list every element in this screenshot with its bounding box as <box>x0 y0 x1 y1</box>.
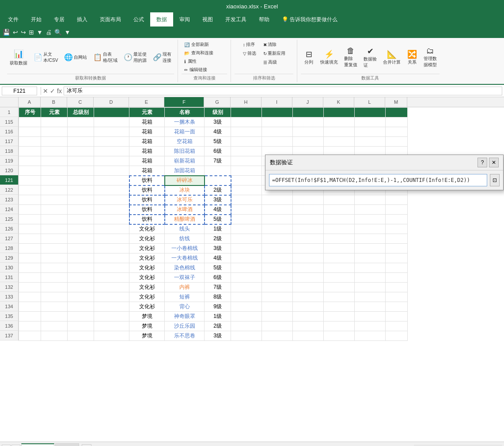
btn-recent[interactable]: 🕐 最近使用的源 <box>121 50 149 64</box>
title-text: xiaoxiao.xlsx <box>226 3 259 10</box>
col-header-G[interactable]: G <box>204 97 231 107</box>
table-row: 饮料 冰可乐 3级 <box>19 195 408 205</box>
header-G: 级别 <box>205 108 231 117</box>
tab-layout[interactable]: 页面布局 <box>94 12 127 26</box>
btn-refresh-all[interactable]: 🔄 全部刷新 <box>182 41 212 49</box>
confirm-formula-icon[interactable]: ✓ <box>50 87 55 94</box>
col-header-B[interactable]: B <box>41 97 67 107</box>
row-num-133: 133 <box>0 292 19 302</box>
title-bar: xiaoxiao.xlsx - Excel <box>0 0 504 12</box>
cancel-formula-icon[interactable]: ✕ <box>43 87 48 94</box>
dialog-titlebar: 数据验证 ? ✕ <box>265 155 503 170</box>
btn-filter[interactable]: ▽筛选 <box>240 49 259 57</box>
table-row: 梦境 乐不思卷 3级 <box>19 331 408 341</box>
dialog-expand-button[interactable]: ⊡ <box>490 174 500 186</box>
col-header-D[interactable]: D <box>94 97 129 107</box>
tab-help[interactable]: 帮助 <box>253 12 276 26</box>
undo-icon[interactable]: ↩ <box>13 29 18 36</box>
tab-developer[interactable]: 开发工具 <box>219 12 253 26</box>
tab-file[interactable]: 文件 <box>2 12 25 26</box>
col-header-J[interactable]: J <box>292 97 323 107</box>
btn-relationships[interactable]: 🔀 关系 <box>404 49 420 66</box>
title-appname: Excel <box>264 3 278 10</box>
btn-remove-dup[interactable]: 🗑 删除重复值 <box>341 45 360 69</box>
tab-search[interactable]: 💡 告诉我你想要做什么 <box>276 12 344 26</box>
btn-edit-links[interactable]: ✏ 编辑链接 <box>182 66 210 74</box>
group-label-query: 查询和连接 <box>182 74 227 81</box>
reapply-icon: ↻ <box>263 51 267 56</box>
redo-icon[interactable]: ↪ <box>21 29 26 36</box>
status-bar: CSDN @Lizzy_Fly <box>414 445 502 446</box>
tab-insert[interactable]: 插入 <box>71 12 94 26</box>
btn-existing-conn[interactable]: 🔗 现有连接 <box>150 50 174 64</box>
btn-from-text[interactable]: 📄 从文本/CSV <box>31 50 61 64</box>
header-D <box>94 108 129 117</box>
filter-icon[interactable]: ▼ <box>37 29 43 36</box>
row-numbers: 1 115 116 117 118 119 120 121 122 123 12… <box>0 107 19 442</box>
btn-split-col[interactable]: ⊟ 分列 <box>301 49 317 66</box>
col-header-M[interactable]: M <box>385 97 407 107</box>
btn-properties[interactable]: ℹ 属性 <box>182 57 199 65</box>
sheet-tabs: ◀ ▶ Record Info + CSDN @Lizzy_Fly <box>0 442 504 446</box>
table-row: 饮料 冰啤酒 4级 <box>19 205 408 215</box>
col-header-E[interactable]: E <box>129 97 164 107</box>
btn-consolidate[interactable]: 📐 合并计算 <box>380 49 403 66</box>
header-J <box>293 108 324 117</box>
row-num-117: 117 <box>0 136 19 146</box>
col-header-H[interactable]: H <box>231 97 261 107</box>
group-label-getdata: 获取和转换数据 <box>7 74 174 81</box>
table-row: 花箱 花箱一面 4级 <box>19 127 408 137</box>
btn-from-table[interactable]: 📋 自表格/区域 <box>91 50 120 64</box>
sheet-tab-record[interactable]: Record <box>21 443 54 446</box>
sheet-container: A B C D E F G H I J K L M 1 115 116 117 … <box>0 97 504 442</box>
col-header-K[interactable]: K <box>323 97 354 107</box>
dialog-help-button[interactable]: ? <box>477 158 487 167</box>
formula-input[interactable] <box>64 87 502 95</box>
cell-ref-input[interactable] <box>2 87 37 95</box>
btn-advanced[interactable]: ☰高级 <box>261 58 288 66</box>
tab-formula[interactable]: 公式 <box>127 12 150 26</box>
existing-conn-icon: 🔗 <box>153 53 162 61</box>
ribbon-tabs: 文件 开始 专居 插入 页面布局 公式 数据 审阅 视图 开发工具 帮助 💡 告… <box>0 12 504 26</box>
btn-flash-fill[interactable]: ⚡ 快速填充 <box>318 49 341 66</box>
btn-reapply[interactable]: ↻重新应用 <box>261 49 288 57</box>
btn-clear[interactable]: ✖清除 <box>261 41 288 49</box>
tab-scroll-right[interactable]: ▶ <box>11 445 20 446</box>
ribbon-group-query: 🔄 全部刷新 📂 查询和连接 ℹ 属性 ✏ 编辑链接 查询和连接 <box>178 40 231 82</box>
col-header-F[interactable]: F <box>164 97 204 107</box>
add-sheet-button[interactable]: + <box>82 444 91 446</box>
tab-special[interactable]: 专居 <box>48 12 71 26</box>
sheet-tab-info[interactable]: Info <box>55 443 79 446</box>
dialog-close-button[interactable]: ✕ <box>489 158 499 167</box>
refresh-icon: 🔄 <box>184 42 189 47</box>
row-num-130: 130 <box>0 263 19 272</box>
tab-review[interactable]: 审阅 <box>173 12 196 26</box>
col-header-I[interactable]: I <box>261 97 292 107</box>
btn-get-data[interactable]: 📊 获取数据 <box>7 48 30 67</box>
consolidate-icon: 📐 <box>387 49 397 59</box>
col-header-C[interactable]: C <box>67 97 94 107</box>
tab-start[interactable]: 开始 <box>25 12 48 26</box>
manage-model-icon: 🗂 <box>426 46 434 56</box>
btn-manage-model[interactable]: 🗂 管理数据模型 <box>421 45 440 69</box>
btn-query-connect[interactable]: 📂 查询和连接 <box>182 49 216 57</box>
row-num-128: 128 <box>0 243 19 253</box>
col-header-A[interactable]: A <box>19 97 41 107</box>
btn-from-web[interactable]: 🌐 自网站 <box>61 52 90 62</box>
zoom-icon[interactable]: 🔍 <box>54 29 62 36</box>
header-H <box>231 108 262 117</box>
tab-view[interactable]: 视图 <box>196 12 219 26</box>
btn-sort-az[interactable]: ↕排序 <box>240 41 259 49</box>
group-label-sort: 排序和筛选 <box>235 74 293 81</box>
data-validation-dialog[interactable]: 数据验证 ? ✕ =OFFSET(Info!$F$1,MATCH(D2,Info… <box>265 155 504 190</box>
header-C: 总级别 <box>68 108 94 117</box>
btn-data-validation[interactable]: ✔ 数据验证 <box>361 45 379 69</box>
more-icon[interactable]: ▼ <box>64 29 71 36</box>
col-header-L[interactable]: L <box>354 97 385 107</box>
tab-data[interactable]: 数据 <box>150 12 173 26</box>
save-icon[interactable]: 💾 <box>3 29 10 36</box>
tab-scroll-left[interactable]: ◀ <box>2 445 11 446</box>
insert-function-icon[interactable]: fx <box>57 87 62 94</box>
print-icon[interactable]: 🖨 <box>45 29 52 36</box>
table-icon[interactable]: ⊞ <box>29 29 34 36</box>
